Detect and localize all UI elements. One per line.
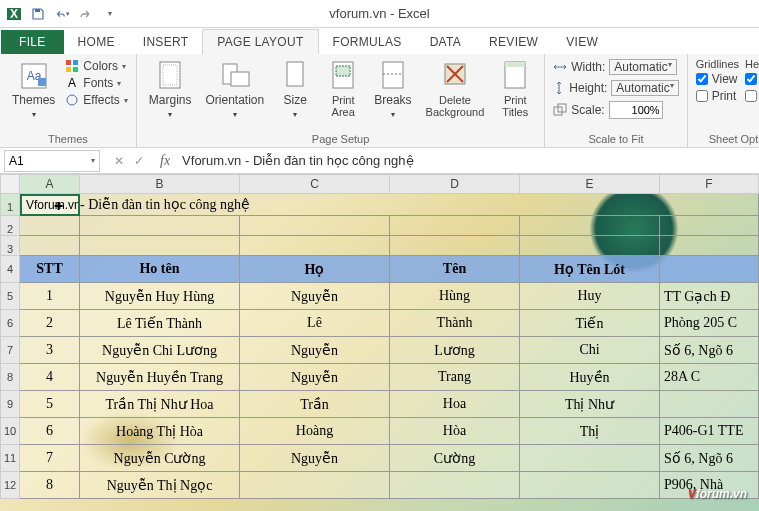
cell-F2[interactable] xyxy=(660,216,759,236)
cell-A10[interactable]: 6 xyxy=(20,418,80,445)
cell-B6[interactable]: Lê Tiến Thành xyxy=(80,310,240,337)
cell-F11[interactable]: Số 6, Ngõ 6 xyxy=(660,445,759,472)
cell-C4[interactable]: Họ xyxy=(240,256,390,283)
tab-home[interactable]: HOME xyxy=(64,30,129,54)
cell-C7[interactable]: Nguyễn xyxy=(240,337,390,364)
headings-print-check[interactable]: Print xyxy=(745,88,759,104)
cell-C2[interactable] xyxy=(240,216,390,236)
row-header-2[interactable]: 2 xyxy=(0,216,20,236)
col-header-A[interactable]: A xyxy=(20,174,80,194)
cell-A12[interactable]: 8 xyxy=(20,472,80,499)
row-header-9[interactable]: 9 xyxy=(0,391,20,418)
cell-D12[interactable] xyxy=(390,472,520,499)
cell-A5[interactable]: 1 xyxy=(20,283,80,310)
row-header-1[interactable]: 1 xyxy=(0,194,20,216)
scale-input[interactable] xyxy=(609,101,663,119)
row-header-8[interactable]: 8 xyxy=(0,364,20,391)
cell-C10[interactable]: Hoàng xyxy=(240,418,390,445)
cell-F9[interactable] xyxy=(660,391,759,418)
cell-B5[interactable]: Nguyễn Huy Hùng xyxy=(80,283,240,310)
cell-A2[interactable] xyxy=(20,216,80,236)
cell-D3[interactable] xyxy=(390,236,520,256)
col-header-C[interactable]: C xyxy=(240,174,390,194)
cell-B9[interactable]: Trần Thị Như Hoa xyxy=(80,391,240,418)
cell-C6[interactable]: Lê xyxy=(240,310,390,337)
cell-B8[interactable]: Nguyễn Huyền Trang xyxy=(80,364,240,391)
cell-B2[interactable] xyxy=(80,216,240,236)
row-header-10[interactable]: 10 xyxy=(0,418,20,445)
gridlines-print-check[interactable]: Print xyxy=(696,88,739,104)
cell-D6[interactable]: Thành xyxy=(390,310,520,337)
redo-icon[interactable] xyxy=(78,6,94,22)
breaks-button[interactable]: Breaks▾ xyxy=(370,58,415,122)
cell-E2[interactable] xyxy=(520,216,660,236)
cell-B7[interactable]: Nguyễn Chi Lương xyxy=(80,337,240,364)
cell-E8[interactable]: Huyền xyxy=(520,364,660,391)
tab-file[interactable]: FILE xyxy=(1,30,64,54)
cell-C8[interactable]: Nguyễn xyxy=(240,364,390,391)
tab-page-layout[interactable]: PAGE LAYOUT xyxy=(202,29,318,54)
cell-F10[interactable]: P406-G1 TTE xyxy=(660,418,759,445)
cell-A8[interactable]: 4 xyxy=(20,364,80,391)
undo-icon[interactable]: ▾ xyxy=(54,6,70,22)
cell-C5[interactable]: Nguyễn xyxy=(240,283,390,310)
cell-E11[interactable] xyxy=(520,445,660,472)
cell-A11[interactable]: 7 xyxy=(20,445,80,472)
cell-A3[interactable] xyxy=(20,236,80,256)
height-select[interactable]: Automatic▾ xyxy=(611,80,678,96)
cell-E12[interactable] xyxy=(520,472,660,499)
tab-insert[interactable]: INSERT xyxy=(129,30,203,54)
qat-customize-icon[interactable]: ▾ xyxy=(102,6,118,22)
cell-B3[interactable] xyxy=(80,236,240,256)
cell-C12[interactable] xyxy=(240,472,390,499)
cell-A6[interactable]: 2 xyxy=(20,310,80,337)
cell-E4[interactable]: Họ Tên Lót xyxy=(520,256,660,283)
tab-data[interactable]: DATA xyxy=(416,30,475,54)
cell-F3[interactable] xyxy=(660,236,759,256)
cell-D11[interactable]: Cường xyxy=(390,445,520,472)
cell-E5[interactable]: Huy xyxy=(520,283,660,310)
cell-D7[interactable]: Lương xyxy=(390,337,520,364)
cell-B4[interactable]: Ho tên xyxy=(80,256,240,283)
cell-E10[interactable]: Thị xyxy=(520,418,660,445)
col-header-D[interactable]: D xyxy=(390,174,520,194)
tab-view[interactable]: VIEW xyxy=(552,30,612,54)
row-header-5[interactable]: 5 xyxy=(0,283,20,310)
themes-button[interactable]: Aa Themes▾ xyxy=(8,58,59,122)
cell-B10[interactable]: Hoàng Thị Hòa xyxy=(80,418,240,445)
cell-merged-1[interactable]: - Diễn đàn tin học công nghệ xyxy=(80,194,759,216)
cell-C11[interactable]: Nguyễn xyxy=(240,445,390,472)
cell-F6[interactable]: Phòng 205 C xyxy=(660,310,759,337)
cell-B11[interactable]: Nguyễn Cường xyxy=(80,445,240,472)
col-header-E[interactable]: E xyxy=(520,174,660,194)
cell-E7[interactable]: Chi xyxy=(520,337,660,364)
size-button[interactable]: Size▾ xyxy=(274,58,316,122)
cell-E6[interactable]: Tiến xyxy=(520,310,660,337)
headings-view-check[interactable]: View xyxy=(745,71,759,87)
cell-B12[interactable]: Nguyễn Thị Ngọc xyxy=(80,472,240,499)
colors-button[interactable]: Colors▾ xyxy=(65,58,127,74)
tab-review[interactable]: REVIEW xyxy=(475,30,552,54)
cell-A4[interactable]: STT xyxy=(20,256,80,283)
row-header-6[interactable]: 6 xyxy=(0,310,20,337)
cell-E3[interactable] xyxy=(520,236,660,256)
width-select[interactable]: Automatic▾ xyxy=(609,59,676,75)
cell-C3[interactable] xyxy=(240,236,390,256)
background-button[interactable]: Delete Background xyxy=(422,58,489,120)
cancel-icon[interactable]: ✕ xyxy=(114,154,124,168)
enter-icon[interactable]: ✓ xyxy=(134,154,144,168)
cell-D9[interactable]: Hoa xyxy=(390,391,520,418)
cell-D10[interactable]: Hòa xyxy=(390,418,520,445)
cell-D5[interactable]: Hùng xyxy=(390,283,520,310)
fonts-button[interactable]: AFonts▾ xyxy=(65,75,127,91)
row-header-4[interactable]: 4 xyxy=(0,256,20,283)
cell-F4[interactable] xyxy=(660,256,759,283)
cell-A7[interactable]: 3 xyxy=(20,337,80,364)
cell-C9[interactable]: Trần xyxy=(240,391,390,418)
cell-F8[interactable]: 28A C xyxy=(660,364,759,391)
effects-button[interactable]: Effects▾ xyxy=(65,92,127,108)
cell-F5[interactable]: TT Gạch Đ xyxy=(660,283,759,310)
row-header-12[interactable]: 12 xyxy=(0,472,20,499)
row-header-11[interactable]: 11 xyxy=(0,445,20,472)
col-header-B[interactable]: B xyxy=(80,174,240,194)
